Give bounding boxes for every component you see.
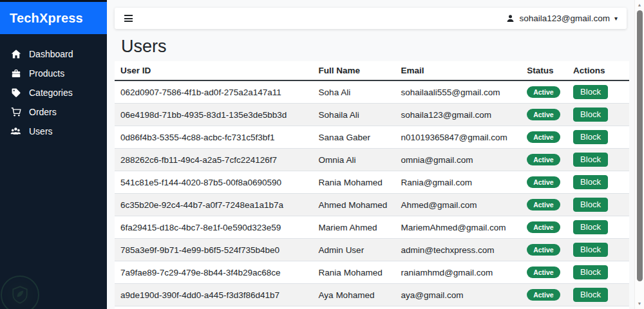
- email-cell: aya@gmail.com: [395, 284, 521, 306]
- actions-cell: Block: [567, 284, 629, 306]
- sidebar: TechXpress Dashboard Products: [0, 0, 107, 309]
- table-row: 06e4198d-71bb-4935-83d1-135e3de5bb3d Soh…: [115, 104, 629, 126]
- user-id-cell: 288262c6-fb11-49c4-a2a5-7cfc224126f7: [115, 149, 313, 171]
- email-cell: Ahmed@gmail.com: [395, 194, 521, 216]
- actions-cell: Block: [567, 239, 629, 261]
- block-button[interactable]: Block: [573, 288, 608, 302]
- users-table-head: User ID Full Name Email Status Actions: [115, 61, 629, 80]
- status-badge: Active: [527, 176, 560, 189]
- status-badge: Active: [527, 131, 560, 144]
- status-cell: Active: [521, 149, 567, 171]
- home-icon: [10, 49, 21, 59]
- status-cell: Active: [521, 284, 567, 306]
- page-title: Users: [115, 37, 627, 56]
- block-button[interactable]: Block: [573, 85, 608, 99]
- sidebar-item-dashboard[interactable]: Dashboard: [0, 44, 107, 64]
- actions-cell: Block: [567, 80, 629, 104]
- actions-cell: Block: [567, 104, 629, 126]
- users-icon: [10, 126, 21, 136]
- table-row: b8aea96c-d571-4365-808e-d8517da0e919 Aya…: [115, 306, 629, 309]
- user-id-cell: 06e4198d-71bb-4935-83d1-135e3de5bb3d: [115, 104, 313, 126]
- block-button[interactable]: Block: [573, 175, 608, 189]
- sidebar-item-products[interactable]: Products: [0, 64, 107, 83]
- status-cell: Active: [521, 261, 567, 284]
- status-badge: Active: [527, 267, 560, 279]
- status-cell: Active: [521, 216, 567, 239]
- status-cell: Active: [521, 194, 567, 216]
- users-table-container: User ID Full Name Email Status Actions 0…: [115, 61, 629, 309]
- actions-cell: Block: [567, 306, 629, 309]
- products-box-icon: [10, 68, 21, 79]
- user-id-cell: 0d86f4b3-5355-4c88-acbc-fc731c5f3bf1: [115, 126, 313, 149]
- block-button[interactable]: Block: [573, 108, 608, 122]
- status-cell: Active: [521, 239, 567, 261]
- column-header-full-name: Full Name: [313, 61, 395, 80]
- sidebar-item-users[interactable]: Users: [0, 122, 107, 141]
- full-name-cell: Ahmed Mohamed: [313, 194, 395, 216]
- user-email: sohaila123@gmail.com: [519, 14, 610, 23]
- users-table: User ID Full Name Email Status Actions 0…: [115, 61, 629, 309]
- block-button[interactable]: Block: [573, 153, 608, 167]
- status-badge: Active: [527, 199, 560, 211]
- status-cell: Active: [521, 171, 567, 194]
- user-id-cell: 785a3e9f-9b71-4e99-b6f5-524f735b4be0: [115, 239, 313, 261]
- email-cell: Rania@gmail.com: [395, 171, 521, 194]
- sidebar-item-label: Orders: [29, 107, 57, 117]
- user-id-cell: a9de190d-390f-4dd0-a445-f3d3f86d41b7: [115, 284, 313, 306]
- email-cell: aya7zaky@gmail.com: [395, 306, 521, 309]
- sidebar-item-label: Dashboard: [29, 49, 73, 59]
- cart-icon: [10, 107, 21, 117]
- caret-down-icon: ▾: [614, 15, 618, 22]
- users-table-body: 062d0907-7586-4f1b-ad0f-275a2a147a11 Soh…: [115, 80, 629, 309]
- user-id-cell: 7a9fae89-7c29-479e-8b44-3f4b29ac68ce: [115, 261, 313, 284]
- block-button[interactable]: Block: [573, 243, 608, 257]
- full-name-cell: Aya Mohamed: [313, 284, 395, 306]
- watermark-logo: [1, 276, 39, 309]
- block-button[interactable]: Block: [573, 130, 608, 144]
- scroll-down-arrow-icon[interactable]: ▼: [635, 299, 644, 308]
- block-button[interactable]: Block: [573, 220, 608, 234]
- table-row: 785a3e9f-9b71-4e99-b6f5-524f735b4be0 Adm…: [115, 239, 629, 261]
- actions-cell: Block: [567, 261, 629, 284]
- sidebar-header: TechXpress: [0, 0, 107, 34]
- tag-icon: [10, 88, 21, 98]
- scrollbar-thumb[interactable]: [637, 10, 643, 281]
- sidebar-item-orders[interactable]: Orders: [0, 102, 107, 122]
- full-name-cell: Aya Zaki: [313, 306, 395, 309]
- table-row: 288262c6-fb11-49c4-a2a5-7cfc224126f7 Omn…: [115, 149, 629, 171]
- status-cell: Active: [521, 306, 567, 309]
- status-cell: Active: [521, 80, 567, 104]
- user-id-cell: 6fa29415-d18c-4bc7-8e1f-0e590d323e59: [115, 216, 313, 239]
- table-row: 6c35b20e-92c4-44b7-a0f7-7248ea1a1b7a Ahm…: [115, 194, 629, 216]
- block-button[interactable]: Block: [573, 198, 608, 212]
- full-name-cell: Admin User: [313, 239, 395, 261]
- actions-cell: Block: [567, 149, 629, 171]
- table-row: 062d0907-7586-4f1b-ad0f-275a2a147a11 Soh…: [115, 80, 629, 104]
- sidebar-item-label: Categories: [29, 88, 73, 98]
- status-badge: Active: [527, 289, 560, 301]
- user-menu-dropdown[interactable]: sohaila123@gmail.com ▾: [506, 14, 618, 23]
- block-button[interactable]: Block: [573, 265, 608, 279]
- brand-logo: TechXpress: [10, 11, 83, 26]
- table-row: 0d86f4b3-5355-4c88-acbc-fc731c5f3bf1 San…: [115, 126, 629, 149]
- hamburger-icon[interactable]: [124, 13, 133, 24]
- status-cell: Active: [521, 126, 567, 149]
- status-cell: Active: [521, 104, 567, 126]
- column-header-status: Status: [521, 61, 567, 80]
- email-cell: sohaila123@gmail.com: [395, 104, 521, 126]
- full-name-cell: Sohaila Ali: [313, 104, 395, 126]
- full-name-cell: Rania Mohamed: [313, 261, 395, 284]
- email-cell: sohailaali555@gmail.com: [395, 80, 521, 104]
- sidebar-item-categories[interactable]: Categories: [0, 83, 107, 102]
- scroll-up-arrow-icon[interactable]: ▲: [635, 1, 644, 10]
- email-cell: raniamhmd@gmail.com: [395, 261, 521, 284]
- table-row: a9de190d-390f-4dd0-a445-f3d3f86d41b7 Aya…: [115, 284, 629, 306]
- status-badge: Active: [527, 86, 560, 98]
- user-id-cell: 541c81e5-f144-4020-87b5-00f8a0690590: [115, 171, 313, 194]
- table-row: 541c81e5-f144-4020-87b5-00f8a0690590 Ran…: [115, 171, 629, 194]
- email-cell: MariemAhmed@gmail.com: [395, 216, 521, 239]
- actions-cell: Block: [567, 171, 629, 194]
- column-header-user-id: User ID: [115, 61, 313, 80]
- person-icon: [506, 14, 515, 23]
- user-id-cell: 062d0907-7586-4f1b-ad0f-275a2a147a11: [115, 80, 313, 104]
